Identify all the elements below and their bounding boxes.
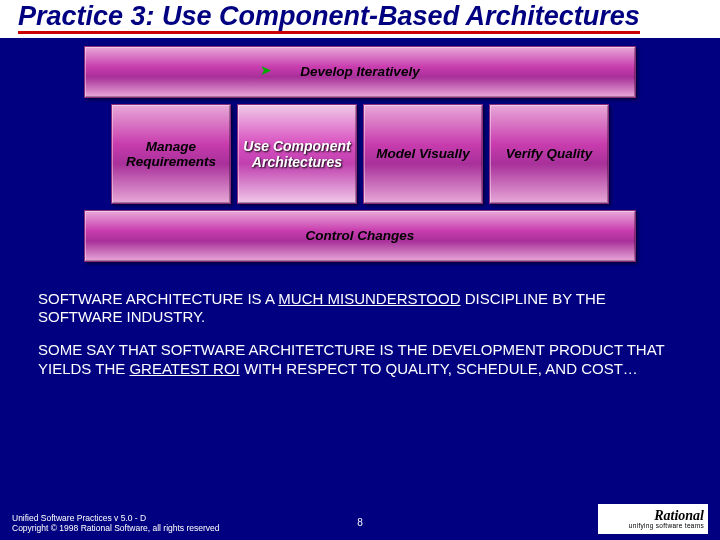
text: WITH RESPECT TO QUALITY, SCHEDULE, AND C… <box>240 360 638 377</box>
footer-copyright: Copyright © 1998 Rational Software, all … <box>12 523 220 534</box>
piece-label: Develop Iteratively <box>300 64 419 79</box>
text: SOFTWARE ARCHITECTURE IS A <box>38 290 278 307</box>
text-underlined: GREATEST ROI <box>129 360 239 377</box>
piece-develop-iteratively: Develop Iteratively <box>84 46 636 98</box>
piece-label: Manage Requirements <box>116 139 226 169</box>
piece-label: Use Component Architectures <box>242 138 352 170</box>
paragraph-2: SOME SAY THAT SOFTWARE ARCHITETCTURE IS … <box>38 341 682 379</box>
footer: Unified Software Practices v 5.0 - D Cop… <box>0 504 720 534</box>
paragraph-1: SOFTWARE ARCHITECTURE IS A MUCH MISUNDER… <box>38 290 682 328</box>
body-copy: SOFTWARE ARCHITECTURE IS A MUCH MISUNDER… <box>0 276 720 379</box>
footer-left: Unified Software Practices v 5.0 - D Cop… <box>12 513 220 534</box>
practices-puzzle: Develop Iteratively Manage Requirements … <box>80 38 640 276</box>
piece-control-changes: Control Changes <box>84 210 636 262</box>
piece-model-visually: Model Visually <box>363 104 483 204</box>
page-number: 8 <box>357 517 363 528</box>
title-bar: Practice 3: Use Component-Based Architec… <box>0 0 720 38</box>
logo-brand: Rational <box>602 509 704 523</box>
arrow-icon: ➤ <box>260 62 272 78</box>
logo-tagline: unifying software teams <box>602 523 704 530</box>
slide-title: Practice 3: Use Component-Based Architec… <box>18 1 640 34</box>
piece-label: Control Changes <box>306 228 415 243</box>
piece-verify-quality: Verify Quality <box>489 104 609 204</box>
footer-version: Unified Software Practices v 5.0 - D <box>12 513 220 524</box>
piece-manage-requirements: Manage Requirements <box>111 104 231 204</box>
piece-use-component-arch: Use Component Architectures <box>237 104 357 204</box>
rational-logo: Rational unifying software teams <box>598 504 708 534</box>
text-underlined: MUCH MISUNDERSTOOD <box>278 290 460 307</box>
piece-label: Model Visually <box>376 146 469 161</box>
piece-label: Verify Quality <box>506 146 593 161</box>
